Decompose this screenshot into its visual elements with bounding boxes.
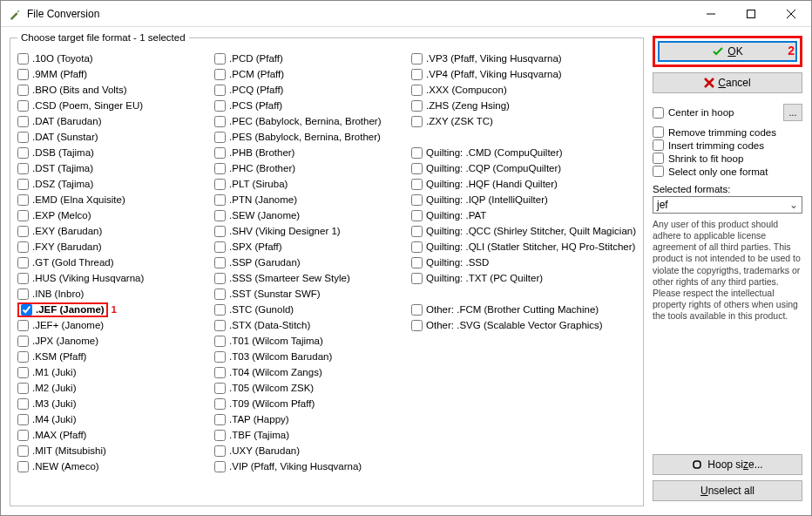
format-checkbox[interactable]: .PCS (Pfaff) [214, 98, 411, 113]
format-checkbox[interactable]: .T03 (Wilcom Barudan) [214, 349, 411, 364]
hoop-size-button[interactable]: Hoop size... [653, 454, 802, 475]
format-checkbox[interactable]: .KSM (Pfaff) [17, 349, 214, 364]
format-checkbox[interactable]: .DSZ (Tajima) [17, 176, 214, 192]
format-checkbox[interactable]: .JEF (Janome)1 [17, 302, 214, 317]
option-checkbox[interactable]: Insert trimming codes [653, 139, 802, 151]
format-checkbox[interactable]: .SPX (Pfaff) [214, 239, 411, 255]
format-checkbox[interactable]: .PCQ (Pfaff) [214, 82, 411, 98]
format-checkbox[interactable]: .M1 (Juki) [17, 364, 214, 380]
format-checkbox[interactable]: .PEC (Babylock, Bernina, Brother) [214, 113, 411, 129]
format-checkbox[interactable]: .TBF (Tajima) [214, 427, 411, 443]
format-checkbox[interactable]: .STC (Gunold) [214, 302, 411, 317]
format-group: Choose target file format - 1 selected .… [10, 37, 644, 506]
format-checkbox[interactable]: Quilting: .HQF (Handi Quilter) [411, 176, 636, 192]
format-column-2: .PCD (Pfaff).PCM (Pfaff).PCQ (Pfaff).PCS… [214, 51, 411, 474]
format-checkbox[interactable]: Quilting: .QCC (Shirley Stitcher, Quilt … [411, 223, 636, 239]
format-checkbox[interactable]: .DAT (Barudan) [17, 113, 214, 129]
format-checkbox[interactable]: .VP4 (Pfaff, Viking Husqvarna) [411, 66, 636, 82]
browse-button[interactable]: ... [783, 104, 802, 121]
format-checkbox[interactable]: .M2 (Juki) [17, 380, 214, 396]
unselect-all-button[interactable]: Unselect all [653, 480, 802, 501]
option-checkbox[interactable]: Select only one format [653, 166, 802, 177]
format-checkbox[interactable]: .STX (Data-Stitch) [214, 317, 411, 333]
format-checkbox[interactable]: .ZXY (ZSK TC) [411, 113, 636, 129]
selected-formats-label: Selected formats: [653, 184, 802, 194]
format-checkbox[interactable]: .SST (Sunstar SWF) [214, 286, 411, 302]
format-checkbox[interactable]: .10O (Toyota) [17, 51, 214, 66]
cancel-button[interactable]: Cancel [653, 72, 802, 93]
format-checkbox[interactable]: Quilting: .CQP (CompuQuilter) [411, 160, 636, 176]
format-checkbox[interactable]: .TAP (Happy) [214, 411, 411, 427]
ok-label-rest: K [736, 45, 743, 58]
format-checkbox[interactable]: .M3 (Juki) [17, 396, 214, 411]
ok-button-highlight: OK 2 [653, 36, 802, 67]
format-checkbox[interactable]: .PLT (Siruba) [214, 176, 411, 192]
format-checkbox[interactable]: .SSS (Smarteer Sew Style) [214, 270, 411, 286]
format-checkbox[interactable]: Other: .SVG (Scalable Vector Graphics) [411, 317, 636, 333]
format-checkbox[interactable]: .XXX (Compucon) [411, 82, 636, 98]
format-checkbox[interactable]: .VP3 (Pfaff, Viking Husqvarna) [411, 51, 636, 66]
option-checkbox[interactable]: Shrink to fit hoop [653, 153, 802, 164]
svg-rect-1 [748, 10, 755, 18]
format-checkbox[interactable]: Quilting: .QLI (Statler Stitcher, HQ Pro… [411, 239, 636, 255]
format-checkbox[interactable]: Quilting: .IQP (IntelliQuilter) [411, 192, 636, 207]
format-checkbox[interactable]: .PTN (Janome) [214, 192, 411, 207]
svg-rect-6 [694, 461, 700, 468]
format-checkbox[interactable]: Other: .FCM (Brother Cutting Machine) [411, 302, 636, 317]
center-in-hoop-checkbox[interactable]: Center in hoop [653, 107, 734, 119]
format-checkbox[interactable]: .MIT (Mitsubishi) [17, 443, 214, 458]
format-checkbox[interactable]: .HUS (Viking Husqvarna) [17, 270, 214, 286]
format-checkbox[interactable]: .UXY (Barudan) [214, 443, 411, 458]
annotation-1: 1 [112, 304, 117, 315]
app-icon [8, 7, 22, 21]
format-column-3: .VP3 (Pfaff, Viking Husqvarna).VP4 (Pfaf… [411, 51, 636, 474]
format-checkbox[interactable]: .T01 (Wilcom Tajima) [214, 333, 411, 349]
format-checkbox[interactable]: .ZHS (Zeng Hsing) [411, 98, 636, 113]
format-checkbox[interactable]: .PHC (Brother) [214, 160, 411, 176]
window-title: File Conversion [27, 8, 691, 20]
format-checkbox[interactable]: Quilting: .CMD (CompuQuilter) [411, 145, 636, 160]
format-checkbox[interactable]: .EMD (Elna Xquisite) [17, 192, 214, 207]
format-checkbox[interactable]: .DSB (Tajima) [17, 145, 214, 160]
format-checkbox[interactable]: .BRO (Bits and Volts) [17, 82, 214, 98]
format-checkbox[interactable]: .T04 (Wilcom Zangs) [214, 364, 411, 380]
format-checkbox[interactable]: .T05 (Wilcom ZSK) [214, 380, 411, 396]
format-checkbox[interactable]: .VIP (Pfaff, Viking Husqvarna) [214, 458, 411, 474]
format-checkbox[interactable]: .NEW (Ameco) [17, 458, 214, 474]
format-checkbox[interactable]: .PCM (Pfaff) [214, 66, 411, 82]
minimize-button[interactable] [691, 1, 731, 27]
format-checkbox[interactable]: .PCD (Pfaff) [214, 51, 411, 66]
format-checkbox[interactable]: .JPX (Janome) [17, 333, 214, 349]
format-checkbox[interactable]: .SHV (Viking Designer 1) [214, 223, 411, 239]
close-button[interactable] [771, 1, 811, 27]
format-checkbox[interactable]: .M4 (Juki) [17, 411, 214, 427]
annotation-2: 2 [788, 44, 795, 58]
format-checkbox[interactable]: .SEW (Janome) [214, 207, 411, 223]
format-checkbox[interactable]: .EXY (Barudan) [17, 223, 214, 239]
format-checkbox[interactable]: .EXP (Melco) [17, 207, 214, 223]
format-checkbox[interactable]: .FXY (Barudan) [17, 239, 214, 255]
format-checkbox[interactable]: Quilting: .TXT (PC Quilter) [411, 270, 636, 286]
format-checkbox[interactable]: Quilting: .PAT [411, 207, 636, 223]
format-checkbox[interactable]: Quilting: .SSD [411, 255, 636, 270]
format-checkbox[interactable]: .JEF+ (Janome) [17, 317, 214, 333]
option-checkbox[interactable]: Remove trimming codes [653, 126, 802, 138]
right-panel: OK 2 Cancel Center in hoop ... Remove tr… [644, 32, 802, 506]
group-label: Choose target file format - 1 selected [17, 32, 189, 43]
format-checkbox[interactable]: .DST (Tajima) [17, 160, 214, 176]
disclaimer-text: Any user of this product should adhere t… [653, 219, 802, 322]
titlebar: File Conversion [1, 1, 811, 27]
format-checkbox[interactable]: .SSP (Garudan) [214, 255, 411, 270]
format-checkbox[interactable]: .GT (Gold Thread) [17, 255, 214, 270]
format-checkbox[interactable]: .DAT (Sunstar) [17, 129, 214, 145]
format-checkbox[interactable]: .PHB (Brother) [214, 145, 411, 160]
format-checkbox[interactable]: .MAX (Pfaff) [17, 427, 214, 443]
selected-formats-combo[interactable]: jef [653, 196, 802, 214]
ok-button[interactable]: OK [658, 41, 797, 62]
format-checkbox[interactable]: .T09 (Wilcom Pfaff) [214, 396, 411, 411]
format-checkbox[interactable]: .9MM (Pfaff) [17, 66, 214, 82]
format-checkbox[interactable]: .PES (Babylock, Bernina, Brother) [214, 129, 411, 145]
format-checkbox[interactable]: .INB (Inbro) [17, 286, 214, 302]
maximize-button[interactable] [731, 1, 771, 27]
format-checkbox[interactable]: .CSD (Poem, Singer EU) [17, 98, 214, 113]
